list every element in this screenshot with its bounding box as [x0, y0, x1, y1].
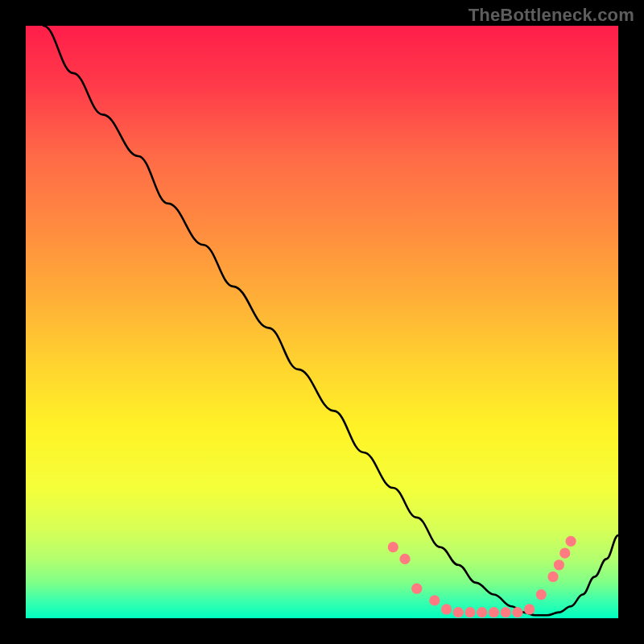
data-dot — [429, 595, 440, 605]
plot-area — [26, 26, 618, 618]
data-dot — [554, 559, 564, 570]
data-dot — [559, 547, 570, 558]
data-dot — [477, 607, 487, 617]
curve-path — [43, 26, 618, 615]
data-dot — [441, 604, 452, 614]
data-dot — [501, 607, 511, 617]
data-dot — [565, 536, 576, 547]
chart-svg — [26, 26, 618, 618]
data-dot — [536, 589, 547, 600]
data-dot — [512, 607, 522, 617]
data-dot — [453, 607, 464, 617]
data-dot — [547, 572, 558, 582]
watermark-text: TheBottleneck.com — [469, 5, 634, 26]
data-dot — [399, 554, 410, 564]
dots-group — [388, 536, 576, 618]
data-dot — [524, 604, 535, 614]
data-dot — [464, 607, 475, 617]
data-dot — [489, 607, 499, 617]
data-dot — [411, 584, 422, 594]
data-dot — [388, 542, 398, 552]
chart-frame: TheBottleneck.com — [0, 0, 644, 644]
